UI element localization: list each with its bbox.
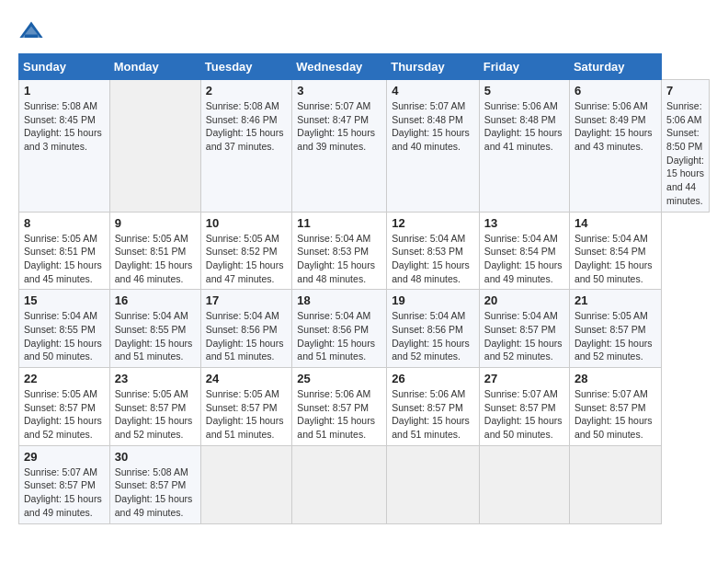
daylight-text: Daylight: 15 hours and 52 minutes. [24,415,102,440]
sunset-text: Sunset: 8:47 PM [297,114,369,125]
sunrise-text: Sunrise: 5:05 AM [24,388,97,399]
sunset-text: Sunset: 8:57 PM [115,402,187,413]
daylight-text: Daylight: 15 hours and 49 minutes. [115,493,193,518]
day-number: 26 [392,372,474,385]
sunrise-text: Sunrise: 5:06 AM [574,100,648,111]
sunset-text: Sunset: 8:49 PM [574,114,646,125]
sunrise-text: Sunrise: 5:04 AM [484,233,558,244]
day-number: 7 [666,84,704,98]
sunset-text: Sunset: 8:48 PM [392,114,463,125]
calendar-cell: 9Sunrise: 5:05 AMSunset: 8:51 PMDaylight… [109,212,200,290]
calendar-cell: 30Sunrise: 5:08 AMSunset: 8:57 PMDayligh… [109,445,200,523]
calendar-cell [200,445,292,523]
sunrise-text: Sunrise: 5:06 AM [392,388,465,399]
page-header [18,18,710,44]
day-number: 5 [484,84,564,98]
daylight-text: Daylight: 15 hours and 45 minutes. [24,259,102,284]
day-number: 2 [206,84,288,98]
day-info: Sunrise: 5:06 AMSunset: 8:49 PMDaylight:… [574,99,656,154]
sunrise-text: Sunrise: 5:04 AM [392,233,465,244]
sunset-text: Sunset: 8:55 PM [115,324,187,335]
calendar-cell: 5Sunrise: 5:06 AMSunset: 8:48 PMDaylight… [479,80,569,213]
sunset-text: Sunset: 8:57 PM [484,324,556,335]
sunset-text: Sunset: 8:51 PM [24,246,96,257]
sunrise-text: Sunrise: 5:07 AM [24,466,97,477]
calendar-cell: 27Sunrise: 5:07 AMSunset: 8:57 PMDayligh… [479,368,569,446]
sunset-text: Sunset: 8:46 PM [206,114,278,125]
logo [18,18,46,44]
day-number: 1 [24,84,105,98]
day-info: Sunrise: 5:07 AMSunset: 8:57 PMDaylight:… [484,387,564,442]
daylight-text: Daylight: 15 hours and 49 minutes. [484,259,563,284]
calendar-cell: 16Sunrise: 5:04 AMSunset: 8:55 PMDayligh… [109,290,200,368]
calendar-cell: 11Sunrise: 5:04 AMSunset: 8:53 PMDayligh… [292,212,387,290]
daylight-text: Daylight: 15 hours and 41 minutes. [484,127,563,152]
daylight-text: Daylight: 15 hours and 52 minutes. [115,415,193,440]
day-number: 29 [24,450,105,464]
day-header-thursday: Thursday [387,54,480,80]
calendar-cell: 4Sunrise: 5:07 AMSunset: 8:48 PMDaylight… [387,80,480,213]
day-info: Sunrise: 5:04 AMSunset: 8:56 PMDaylight:… [206,309,288,363]
day-header-saturday: Saturday [569,54,661,80]
sunrise-text: Sunrise: 5:08 AM [115,466,188,477]
day-number: 9 [115,216,196,230]
daylight-text: Daylight: 15 hours and 3 minutes. [24,127,102,152]
sunset-text: Sunset: 8:53 PM [392,246,463,257]
sunset-text: Sunset: 8:56 PM [392,324,463,335]
calendar-cell [569,445,661,523]
daylight-text: Daylight: 15 hours and 52 minutes. [392,338,470,362]
day-number: 23 [115,372,196,385]
daylight-text: Daylight: 15 hours and 51 minutes. [297,338,375,362]
sunrise-text: Sunrise: 5:07 AM [297,100,370,111]
sunset-text: Sunset: 8:57 PM [24,402,96,413]
sunset-text: Sunset: 8:57 PM [574,324,646,335]
day-info: Sunrise: 5:04 AMSunset: 8:56 PMDaylight:… [392,309,474,363]
daylight-text: Daylight: 15 hours and 51 minutes. [392,415,470,440]
daylight-text: Daylight: 15 hours and 50 minutes. [574,259,653,284]
sunrise-text: Sunrise: 5:05 AM [574,310,648,321]
day-number: 25 [297,372,381,385]
calendar-week-3: 15Sunrise: 5:04 AMSunset: 8:55 PMDayligh… [19,290,710,368]
daylight-text: Daylight: 15 hours and 49 minutes. [24,493,102,518]
sunset-text: Sunset: 8:57 PM [206,402,278,413]
day-info: Sunrise: 5:05 AMSunset: 8:51 PMDaylight:… [24,232,105,286]
calendar-cell: 28Sunrise: 5:07 AMSunset: 8:57 PMDayligh… [569,368,661,446]
calendar-cell: 7Sunrise: 5:06 AMSunset: 8:50 PMDaylight… [662,80,710,213]
day-number: 27 [484,372,564,385]
day-info: Sunrise: 5:05 AMSunset: 8:52 PMDaylight:… [206,232,288,286]
calendar-cell [109,80,200,213]
sunset-text: Sunset: 8:57 PM [392,402,463,413]
day-number: 20 [484,293,564,307]
logo-icon [18,18,44,44]
daylight-text: Daylight: 15 hours and 51 minutes. [115,338,193,362]
day-info: Sunrise: 5:06 AMSunset: 8:57 PMDaylight:… [297,387,381,442]
day-info: Sunrise: 5:07 AMSunset: 8:47 PMDaylight:… [297,99,381,154]
daylight-text: Daylight: 15 hours and 47 minutes. [206,259,284,284]
daylight-text: Daylight: 15 hours and 48 minutes. [392,259,470,284]
sunrise-text: Sunrise: 5:04 AM [115,310,188,321]
sunset-text: Sunset: 8:52 PM [206,246,278,257]
day-info: Sunrise: 5:05 AMSunset: 8:51 PMDaylight:… [115,232,196,286]
day-number: 19 [392,293,474,307]
calendar-header-row: SundayMondayTuesdayWednesdayThursdayFrid… [19,54,710,80]
day-number: 15 [24,293,105,307]
day-info: Sunrise: 5:05 AMSunset: 8:57 PMDaylight:… [115,387,196,442]
calendar-week-5: 29Sunrise: 5:07 AMSunset: 8:57 PMDayligh… [19,445,710,523]
calendar-cell: 29Sunrise: 5:07 AMSunset: 8:57 PMDayligh… [19,445,110,523]
daylight-text: Daylight: 15 hours and 37 minutes. [206,127,284,152]
sunrise-text: Sunrise: 5:05 AM [206,388,279,399]
sunset-text: Sunset: 8:55 PM [24,324,96,335]
daylight-text: Daylight: 15 hours and 44 minutes. [666,155,704,206]
day-header-monday: Monday [109,54,200,80]
calendar-cell: 23Sunrise: 5:05 AMSunset: 8:57 PMDayligh… [109,368,200,446]
day-number: 8 [24,216,105,230]
day-number: 16 [115,293,196,307]
sunset-text: Sunset: 8:57 PM [297,402,369,413]
day-info: Sunrise: 5:04 AMSunset: 8:53 PMDaylight:… [297,232,381,286]
calendar-table: SundayMondayTuesdayWednesdayThursdayFrid… [18,53,710,524]
calendar-cell [387,445,480,523]
sunset-text: Sunset: 8:56 PM [297,324,369,335]
calendar-cell: 17Sunrise: 5:04 AMSunset: 8:56 PMDayligh… [200,290,292,368]
sunrise-text: Sunrise: 5:07 AM [484,388,558,399]
day-info: Sunrise: 5:07 AMSunset: 8:57 PMDaylight:… [574,387,656,442]
